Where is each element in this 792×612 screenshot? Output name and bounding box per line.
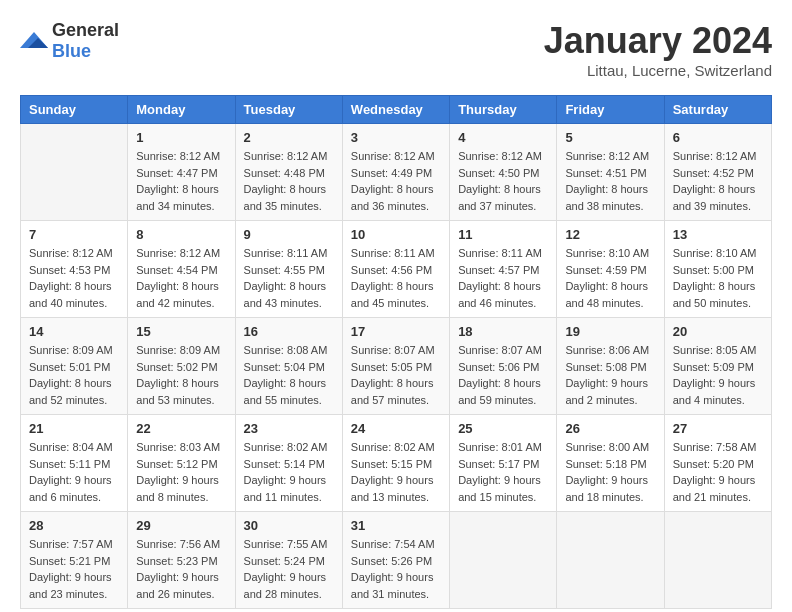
- day-number: 8: [136, 227, 226, 242]
- sunrise: Sunrise: 8:02 AM: [351, 441, 435, 453]
- daylight: Daylight: 9 hours and 15 minutes.: [458, 474, 541, 503]
- day-number: 16: [244, 324, 334, 339]
- day-number: 5: [565, 130, 655, 145]
- daylight: Daylight: 8 hours and 38 minutes.: [565, 183, 648, 212]
- sunset: Sunset: 5:06 PM: [458, 361, 539, 373]
- sunrise: Sunrise: 8:12 AM: [136, 150, 220, 162]
- sunset: Sunset: 5:09 PM: [673, 361, 754, 373]
- sunset: Sunset: 4:56 PM: [351, 264, 432, 276]
- header-saturday: Saturday: [664, 96, 771, 124]
- day-info: Sunrise: 8:09 AM Sunset: 5:01 PM Dayligh…: [29, 342, 119, 408]
- daylight: Daylight: 9 hours and 28 minutes.: [244, 571, 327, 600]
- day-info: Sunrise: 7:56 AM Sunset: 5:23 PM Dayligh…: [136, 536, 226, 602]
- sunset: Sunset: 4:49 PM: [351, 167, 432, 179]
- daylight: Daylight: 8 hours and 55 minutes.: [244, 377, 327, 406]
- header-thursday: Thursday: [450, 96, 557, 124]
- day-info: Sunrise: 8:07 AM Sunset: 5:06 PM Dayligh…: [458, 342, 548, 408]
- sunset: Sunset: 4:50 PM: [458, 167, 539, 179]
- sunrise: Sunrise: 7:56 AM: [136, 538, 220, 550]
- sunrise: Sunrise: 8:12 AM: [458, 150, 542, 162]
- calendar-cell: 7 Sunrise: 8:12 AM Sunset: 4:53 PM Dayli…: [21, 221, 128, 318]
- calendar-cell: 3 Sunrise: 8:12 AM Sunset: 4:49 PM Dayli…: [342, 124, 449, 221]
- day-number: 7: [29, 227, 119, 242]
- calendar-cell: 14 Sunrise: 8:09 AM Sunset: 5:01 PM Dayl…: [21, 318, 128, 415]
- calendar-cell: 16 Sunrise: 8:08 AM Sunset: 5:04 PM Dayl…: [235, 318, 342, 415]
- day-info: Sunrise: 7:54 AM Sunset: 5:26 PM Dayligh…: [351, 536, 441, 602]
- title-block: January 2024 Littau, Lucerne, Switzerlan…: [544, 20, 772, 79]
- calendar-cell: 4 Sunrise: 8:12 AM Sunset: 4:50 PM Dayli…: [450, 124, 557, 221]
- day-info: Sunrise: 8:11 AM Sunset: 4:57 PM Dayligh…: [458, 245, 548, 311]
- calendar-week-4: 21 Sunrise: 8:04 AM Sunset: 5:11 PM Dayl…: [21, 415, 772, 512]
- calendar-week-5: 28 Sunrise: 7:57 AM Sunset: 5:21 PM Dayl…: [21, 512, 772, 609]
- sunset: Sunset: 5:08 PM: [565, 361, 646, 373]
- calendar-cell: 23 Sunrise: 8:02 AM Sunset: 5:14 PM Dayl…: [235, 415, 342, 512]
- day-number: 25: [458, 421, 548, 436]
- day-info: Sunrise: 8:12 AM Sunset: 4:48 PM Dayligh…: [244, 148, 334, 214]
- logo-general: General: [52, 20, 119, 40]
- day-number: 10: [351, 227, 441, 242]
- page-header: General Blue January 2024 Littau, Lucern…: [20, 20, 772, 79]
- sunrise: Sunrise: 8:03 AM: [136, 441, 220, 453]
- sunset: Sunset: 5:04 PM: [244, 361, 325, 373]
- calendar-cell: 11 Sunrise: 8:11 AM Sunset: 4:57 PM Dayl…: [450, 221, 557, 318]
- sunset: Sunset: 5:26 PM: [351, 555, 432, 567]
- daylight: Daylight: 9 hours and 13 minutes.: [351, 474, 434, 503]
- sunset: Sunset: 4:51 PM: [565, 167, 646, 179]
- day-number: 27: [673, 421, 763, 436]
- calendar-cell: 27 Sunrise: 7:58 AM Sunset: 5:20 PM Dayl…: [664, 415, 771, 512]
- day-info: Sunrise: 8:09 AM Sunset: 5:02 PM Dayligh…: [136, 342, 226, 408]
- day-number: 2: [244, 130, 334, 145]
- day-number: 15: [136, 324, 226, 339]
- day-info: Sunrise: 8:06 AM Sunset: 5:08 PM Dayligh…: [565, 342, 655, 408]
- sunset: Sunset: 5:18 PM: [565, 458, 646, 470]
- sunrise: Sunrise: 8:12 AM: [351, 150, 435, 162]
- sunset: Sunset: 5:15 PM: [351, 458, 432, 470]
- calendar-cell: 29 Sunrise: 7:56 AM Sunset: 5:23 PM Dayl…: [128, 512, 235, 609]
- day-info: Sunrise: 8:12 AM Sunset: 4:49 PM Dayligh…: [351, 148, 441, 214]
- calendar-cell: 22 Sunrise: 8:03 AM Sunset: 5:12 PM Dayl…: [128, 415, 235, 512]
- day-number: 30: [244, 518, 334, 533]
- sunrise: Sunrise: 8:09 AM: [136, 344, 220, 356]
- daylight: Daylight: 8 hours and 53 minutes.: [136, 377, 219, 406]
- calendar-body: 1 Sunrise: 8:12 AM Sunset: 4:47 PM Dayli…: [21, 124, 772, 609]
- day-number: 13: [673, 227, 763, 242]
- calendar-cell: 17 Sunrise: 8:07 AM Sunset: 5:05 PM Dayl…: [342, 318, 449, 415]
- day-info: Sunrise: 8:05 AM Sunset: 5:09 PM Dayligh…: [673, 342, 763, 408]
- sunrise: Sunrise: 8:07 AM: [351, 344, 435, 356]
- day-number: 24: [351, 421, 441, 436]
- day-number: 20: [673, 324, 763, 339]
- calendar-cell: 19 Sunrise: 8:06 AM Sunset: 5:08 PM Dayl…: [557, 318, 664, 415]
- sunrise: Sunrise: 8:06 AM: [565, 344, 649, 356]
- daylight: Daylight: 9 hours and 6 minutes.: [29, 474, 112, 503]
- sunrise: Sunrise: 8:12 AM: [565, 150, 649, 162]
- day-number: 23: [244, 421, 334, 436]
- sunrise: Sunrise: 8:01 AM: [458, 441, 542, 453]
- daylight: Daylight: 9 hours and 26 minutes.: [136, 571, 219, 600]
- daylight: Daylight: 9 hours and 2 minutes.: [565, 377, 648, 406]
- daylight: Daylight: 8 hours and 40 minutes.: [29, 280, 112, 309]
- daylight: Daylight: 8 hours and 36 minutes.: [351, 183, 434, 212]
- daylight: Daylight: 8 hours and 34 minutes.: [136, 183, 219, 212]
- sunrise: Sunrise: 8:11 AM: [458, 247, 542, 259]
- day-info: Sunrise: 8:00 AM Sunset: 5:18 PM Dayligh…: [565, 439, 655, 505]
- daylight: Daylight: 8 hours and 50 minutes.: [673, 280, 756, 309]
- daylight: Daylight: 8 hours and 43 minutes.: [244, 280, 327, 309]
- sunset: Sunset: 4:52 PM: [673, 167, 754, 179]
- calendar-cell: 30 Sunrise: 7:55 AM Sunset: 5:24 PM Dayl…: [235, 512, 342, 609]
- sunset: Sunset: 5:11 PM: [29, 458, 110, 470]
- sunrise: Sunrise: 8:10 AM: [673, 247, 757, 259]
- sunrise: Sunrise: 8:08 AM: [244, 344, 328, 356]
- calendar-cell: [664, 512, 771, 609]
- sunrise: Sunrise: 7:55 AM: [244, 538, 328, 550]
- daylight: Daylight: 8 hours and 37 minutes.: [458, 183, 541, 212]
- calendar-week-3: 14 Sunrise: 8:09 AM Sunset: 5:01 PM Dayl…: [21, 318, 772, 415]
- sunrise: Sunrise: 8:11 AM: [351, 247, 435, 259]
- day-info: Sunrise: 8:08 AM Sunset: 5:04 PM Dayligh…: [244, 342, 334, 408]
- logo-icon: [20, 30, 48, 52]
- calendar-cell: 24 Sunrise: 8:02 AM Sunset: 5:15 PM Dayl…: [342, 415, 449, 512]
- sunrise: Sunrise: 8:05 AM: [673, 344, 757, 356]
- sunset: Sunset: 5:02 PM: [136, 361, 217, 373]
- calendar-cell: 8 Sunrise: 8:12 AM Sunset: 4:54 PM Dayli…: [128, 221, 235, 318]
- sunset: Sunset: 5:00 PM: [673, 264, 754, 276]
- day-number: 11: [458, 227, 548, 242]
